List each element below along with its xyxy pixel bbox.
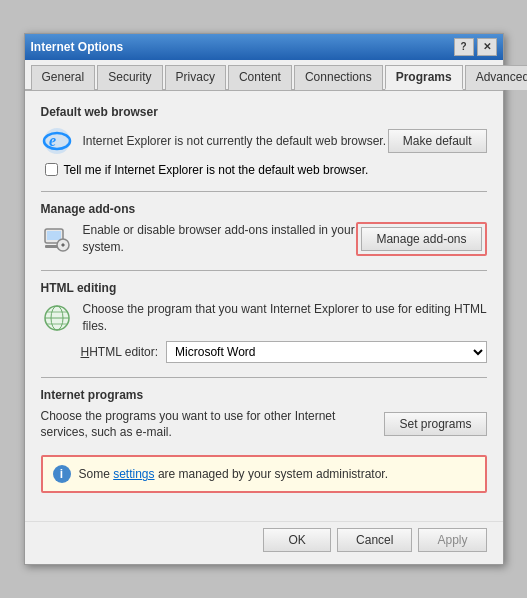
html-editor-select[interactable]: Microsoft Word Notepad <box>166 341 486 363</box>
html-editing-row: Choose the program that you want Interne… <box>41 301 487 335</box>
html-editing-label: HTML editing <box>41 281 487 295</box>
info-icon: i <box>53 465 71 483</box>
info-text-after: are managed by your system administrator… <box>155 467 388 481</box>
info-bar: i Some settings are managed by your syst… <box>41 455 487 493</box>
svg-text:e: e <box>49 132 56 149</box>
html-editing-section: HTML editing Choose the program that you… <box>41 281 487 363</box>
close-button[interactable]: ✕ <box>477 38 497 56</box>
manage-addons-row: Enable or disable browser add-ons instal… <box>41 222 487 256</box>
make-default-button[interactable]: Make default <box>388 129 487 153</box>
manage-addons-section: Manage add-ons Enable or disable browser… <box>41 202 487 256</box>
default-browser-checkbox-label: Tell me if Internet Explorer is not the … <box>64 163 369 177</box>
tab-general[interactable]: General <box>31 65 96 90</box>
internet-programs-section: Internet programs Choose the programs yo… <box>41 388 487 442</box>
bottom-buttons: OK Cancel Apply <box>25 521 503 564</box>
tab-connections[interactable]: Connections <box>294 65 383 90</box>
settings-link[interactable]: settings <box>113 467 154 481</box>
ie-icon: e <box>41 125 73 157</box>
default-browser-row: e Internet Explorer is not currently the… <box>41 125 487 157</box>
svg-rect-4 <box>47 231 61 240</box>
divider-2 <box>41 270 487 271</box>
tab-privacy[interactable]: Privacy <box>165 65 226 90</box>
manage-addons-button[interactable]: Manage add-ons <box>361 227 481 251</box>
default-browser-section: Default web browser e Internet Explorer … <box>41 105 487 177</box>
tab-programs[interactable]: Programs <box>385 65 463 90</box>
html-editing-icon <box>41 302 73 334</box>
internet-options-window: Internet Options ? ✕ General Security Pr… <box>24 33 504 565</box>
manage-addons-btn-wrapper: Manage add-ons <box>356 222 486 256</box>
tab-content-area: Default web browser e Internet Explorer … <box>25 91 503 521</box>
html-editor-label: HHTML editor: <box>81 345 159 359</box>
manage-addons-label: Manage add-ons <box>41 202 487 216</box>
help-button[interactable]: ? <box>454 38 474 56</box>
tab-content[interactable]: Content <box>228 65 292 90</box>
cancel-button[interactable]: Cancel <box>337 528 412 552</box>
internet-programs-text: Choose the programs you want to use for … <box>41 408 385 442</box>
set-programs-button[interactable]: Set programs <box>384 412 486 436</box>
tab-security[interactable]: Security <box>97 65 162 90</box>
default-browser-checkbox[interactable] <box>45 163 58 176</box>
html-editor-row: HHTML editor: Microsoft Word Notepad <box>41 341 487 363</box>
tab-advanced[interactable]: Advanced <box>465 65 527 90</box>
internet-programs-row: Choose the programs you want to use for … <box>41 408 487 442</box>
info-bar-text: Some settings are managed by your system… <box>79 467 388 481</box>
default-browser-checkbox-row: Tell me if Internet Explorer is not the … <box>41 163 487 177</box>
addons-icon <box>41 223 73 255</box>
divider-3 <box>41 377 487 378</box>
internet-programs-label: Internet programs <box>41 388 487 402</box>
manage-addons-text: Enable or disable browser add-ons instal… <box>83 222 357 256</box>
default-browser-text: Internet Explorer is not currently the d… <box>83 133 388 150</box>
apply-button[interactable]: Apply <box>418 528 486 552</box>
tab-bar: General Security Privacy Content Connect… <box>25 60 503 91</box>
ok-button[interactable]: OK <box>263 528 331 552</box>
default-browser-label: Default web browser <box>41 105 487 119</box>
title-bar-controls: ? ✕ <box>454 38 497 56</box>
title-bar: Internet Options ? ✕ <box>25 34 503 60</box>
window-title: Internet Options <box>31 40 124 54</box>
info-text-before: Some <box>79 467 114 481</box>
divider-1 <box>41 191 487 192</box>
html-editing-text: Choose the program that you want Interne… <box>83 301 487 335</box>
